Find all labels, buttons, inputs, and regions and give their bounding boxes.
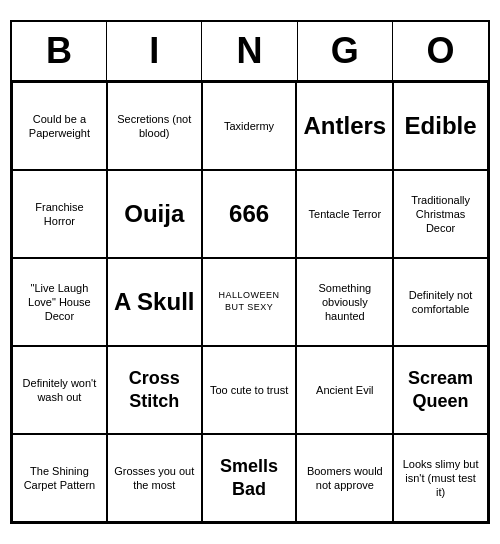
- cell-text-23: Boomers would not approve: [303, 464, 386, 493]
- bingo-cell-21[interactable]: Grosses you out the most: [107, 434, 202, 522]
- bingo-cell-24[interactable]: Looks slimy but isn't (must test it): [393, 434, 488, 522]
- bingo-letter-g: G: [298, 22, 393, 80]
- bingo-cell-7[interactable]: 666: [202, 170, 297, 258]
- cell-text-3: Antlers: [303, 110, 386, 141]
- cell-text-21: Grosses you out the most: [114, 464, 195, 493]
- cell-text-24: Looks slimy but isn't (must test it): [400, 457, 481, 500]
- bingo-grid: Could be a PaperweightSecretions (not bl…: [12, 82, 488, 522]
- bingo-cell-14[interactable]: Definitely not comfortable: [393, 258, 488, 346]
- cell-text-15: Definitely won't wash out: [19, 376, 100, 405]
- cell-text-6: Ouija: [124, 198, 184, 229]
- bingo-cell-11[interactable]: A Skull: [107, 258, 202, 346]
- bingo-cell-1[interactable]: Secretions (not blood): [107, 82, 202, 170]
- cell-text-20: The Shining Carpet Pattern: [19, 464, 100, 493]
- bingo-cell-6[interactable]: Ouija: [107, 170, 202, 258]
- bingo-cell-10[interactable]: "Live Laugh Love" House Decor: [12, 258, 107, 346]
- cell-text-8: Tentacle Terror: [309, 207, 382, 221]
- bingo-cell-22[interactable]: Smells Bad: [202, 434, 297, 522]
- cell-text-1: Secretions (not blood): [114, 112, 195, 141]
- bingo-cell-17[interactable]: Too cute to trust: [202, 346, 297, 434]
- cell-text-9: Traditionally Christmas Decor: [400, 193, 481, 236]
- bingo-cell-2[interactable]: Taxidermy: [202, 82, 297, 170]
- bingo-cell-15[interactable]: Definitely won't wash out: [12, 346, 107, 434]
- cell-text-19: Scream Queen: [400, 367, 481, 414]
- bingo-header: BINGO: [12, 22, 488, 82]
- bingo-letter-n: N: [202, 22, 297, 80]
- bingo-letter-i: I: [107, 22, 202, 80]
- cell-text-7: 666: [229, 198, 269, 229]
- cell-text-14: Definitely not comfortable: [400, 288, 481, 317]
- bingo-cell-8[interactable]: Tentacle Terror: [296, 170, 393, 258]
- bingo-cell-9[interactable]: Traditionally Christmas Decor: [393, 170, 488, 258]
- bingo-cell-20[interactable]: The Shining Carpet Pattern: [12, 434, 107, 522]
- cell-text-22: Smells Bad: [209, 455, 290, 502]
- bingo-letter-o: O: [393, 22, 488, 80]
- cell-text-16: Cross Stitch: [114, 367, 195, 414]
- bingo-card: BINGO Could be a PaperweightSecretions (…: [10, 20, 490, 524]
- cell-text-11: A Skull: [114, 286, 194, 317]
- cell-text-12: HALLOWEEN BUT SEXY: [209, 290, 290, 313]
- cell-text-4: Edible: [405, 110, 477, 141]
- bingo-cell-5[interactable]: Franchise Horror: [12, 170, 107, 258]
- bingo-cell-19[interactable]: Scream Queen: [393, 346, 488, 434]
- cell-text-5: Franchise Horror: [19, 200, 100, 229]
- bingo-cell-18[interactable]: Ancient Evil: [296, 346, 393, 434]
- bingo-cell-23[interactable]: Boomers would not approve: [296, 434, 393, 522]
- cell-text-13: Something obviously haunted: [303, 281, 386, 324]
- bingo-cell-16[interactable]: Cross Stitch: [107, 346, 202, 434]
- bingo-letter-b: B: [12, 22, 107, 80]
- cell-text-18: Ancient Evil: [316, 383, 373, 397]
- bingo-cell-3[interactable]: Antlers: [296, 82, 393, 170]
- bingo-cell-13[interactable]: Something obviously haunted: [296, 258, 393, 346]
- bingo-cell-0[interactable]: Could be a Paperweight: [12, 82, 107, 170]
- bingo-cell-12[interactable]: HALLOWEEN BUT SEXY: [202, 258, 297, 346]
- bingo-cell-4[interactable]: Edible: [393, 82, 488, 170]
- cell-text-0: Could be a Paperweight: [19, 112, 100, 141]
- cell-text-17: Too cute to trust: [210, 383, 288, 397]
- cell-text-2: Taxidermy: [224, 119, 274, 133]
- cell-text-10: "Live Laugh Love" House Decor: [19, 281, 100, 324]
